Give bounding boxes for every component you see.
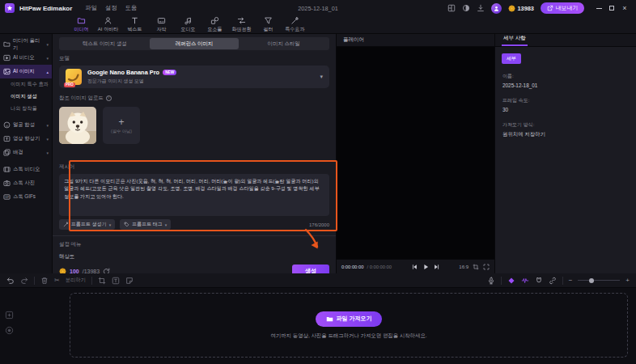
next-frame-icon[interactable] bbox=[434, 264, 440, 270]
details-panel: 세부 사항 세부 이름: 2025-12-18_01 프레임 속도: 30 가져… bbox=[495, 34, 636, 273]
model-thumbnail: PRO bbox=[66, 69, 82, 85]
user-avatar[interactable] bbox=[491, 3, 502, 14]
model-section-label: 모델 bbox=[59, 55, 329, 62]
model-selector[interactable]: PRO Google Nano Banana Pro NEW 전문가급 이미지 … bbox=[59, 66, 329, 88]
mic-icon[interactable] bbox=[487, 277, 495, 285]
menu-help[interactable]: 도움 bbox=[125, 4, 138, 12]
audio-wave-icon[interactable] bbox=[521, 277, 529, 285]
add-track-icon[interactable] bbox=[5, 311, 14, 320]
sidebar-item-ai-video[interactable]: AI 비디오 ▾ bbox=[0, 51, 52, 65]
info-icon[interactable]: i bbox=[106, 95, 112, 101]
link-icon[interactable] bbox=[549, 277, 557, 285]
media-drop-zone[interactable]: 파일 가져오기 여기까지 동영상, 사진을 드래그하거나 가져오면 편집을 시작… bbox=[70, 293, 628, 358]
coin-balance[interactable]: 13983 bbox=[508, 5, 534, 12]
timeline-area: 파일 가져오기 여기까지 동영상, 사진을 드래그하거나 가져오면 편집을 시작… bbox=[0, 288, 636, 364]
sidebar-item-ai-image[interactable]: AI 이미지 ▴ bbox=[0, 65, 52, 78]
sidebar-item-stock-gifs[interactable]: GIF 스톡 GIFs bbox=[0, 190, 52, 204]
tab-subtitle[interactable]: 자막 bbox=[148, 16, 175, 33]
download-icon[interactable] bbox=[477, 4, 485, 12]
prompt-label: 제시어 bbox=[59, 163, 329, 171]
detail-field-import-mode: 가져오기 방식: 원위치에 저장하기 bbox=[502, 121, 629, 138]
fullscreen-icon[interactable] bbox=[483, 264, 490, 270]
delete-icon[interactable] bbox=[40, 277, 49, 285]
tab-filter[interactable]: 필터 bbox=[255, 16, 282, 33]
ai-image-icon bbox=[3, 68, 11, 75]
tab-details[interactable]: 세부 사항 bbox=[502, 32, 528, 46]
chevron-down-icon: ▾ bbox=[46, 150, 49, 155]
zoom-out-icon[interactable]: − bbox=[569, 277, 573, 284]
upload-optional-hint: (필수 아님) bbox=[111, 129, 132, 134]
play-icon[interactable] bbox=[422, 264, 429, 270]
tab-ai-avatar[interactable]: AI 아바타 bbox=[95, 16, 121, 33]
generator-tabs: 텍스트 이미지 생성 레퍼런스 이미지 이미지 스타일 bbox=[59, 37, 329, 50]
reference-upload-label: 참조 이미지 업로드 bbox=[59, 95, 104, 102]
tab-elements[interactable]: 요소들 bbox=[201, 16, 228, 33]
prompt-tag-button[interactable]: 프롬프트 태그 ▾ bbox=[120, 219, 171, 230]
main-ribbon: 미디어 AI 아바타 텍스트 자막 오디오 요소들 화면전환 필터 bbox=[0, 16, 636, 34]
crop-icon[interactable] bbox=[473, 264, 479, 270]
text-tool-icon[interactable] bbox=[112, 277, 120, 285]
sidebar-item-background[interactable]: 배경 ▾ bbox=[0, 146, 52, 159]
tab-transition[interactable]: 화면전환 bbox=[228, 16, 255, 33]
tab-text-to-image[interactable]: 텍스트 이미지 생성 bbox=[60, 38, 150, 49]
player-panel: 플레이어 0:00:00:00 / 0:00:00:00 16:9 bbox=[337, 34, 495, 273]
prompt-textarea[interactable]: 그림 9가지 다른 이모티콘은 사진(웃음, 혀, 혀, 혀, 머리, 머리, … bbox=[59, 174, 329, 216]
subtitle-icon bbox=[157, 16, 166, 25]
menubar: 파일 설정 도움 bbox=[85, 4, 137, 12]
app-name: HitPaw Edimakor bbox=[19, 5, 72, 12]
menu-settings[interactable]: 설정 bbox=[105, 4, 117, 12]
video-preview[interactable] bbox=[337, 47, 494, 259]
sidebar-item-my-creations[interactable]: 나의 창작물 bbox=[0, 103, 52, 115]
details-header: 세부 사항 bbox=[495, 34, 636, 47]
sidebar-item-stock-video[interactable]: 스톡 비디오 bbox=[0, 163, 52, 176]
keyframe-icon[interactable] bbox=[507, 277, 515, 285]
svg-text:GIF: GIF bbox=[5, 196, 9, 199]
upload-image-tile[interactable]: + (필수 아님) bbox=[103, 107, 140, 144]
sidebar-item-stock-photo[interactable]: 스톡 사진 bbox=[0, 176, 52, 190]
redo-icon[interactable] bbox=[20, 277, 28, 285]
sticker-tool-icon[interactable] bbox=[125, 277, 134, 285]
minimize-button[interactable] bbox=[592, 2, 605, 15]
tab-media[interactable]: 미디어 bbox=[68, 16, 95, 33]
details-badge[interactable]: 세부 bbox=[502, 53, 521, 64]
zoom-in-icon[interactable]: + bbox=[625, 277, 630, 284]
magnet-icon[interactable] bbox=[535, 277, 543, 285]
tab-reference-image[interactable]: 레퍼런스 이미지 bbox=[150, 38, 240, 49]
timeline-zoom-slider[interactable] bbox=[578, 280, 620, 281]
elements-icon bbox=[210, 16, 219, 25]
chevron-down-icon: ▾ bbox=[320, 74, 323, 80]
prev-frame-icon[interactable] bbox=[411, 264, 418, 270]
pro-badge: PRO bbox=[64, 83, 75, 87]
tab-audio[interactable]: 오디오 bbox=[175, 16, 201, 33]
layout-icon[interactable] bbox=[447, 4, 456, 12]
sidebar-item-image-effects[interactable]: 이미지 특수 효과 bbox=[0, 78, 52, 91]
chevron-down-icon: ▾ bbox=[165, 222, 167, 227]
zoom-slider-handle[interactable] bbox=[589, 278, 594, 283]
aspect-ratio-value[interactable]: 16:9 bbox=[459, 265, 469, 269]
record-voice-icon[interactable] bbox=[5, 326, 14, 335]
sidebar: 미디어 올리기 ▾ AI 비디오 ▾ AI 이미지 ▴ 이미지 특수 효과 이미… bbox=[0, 34, 52, 273]
chevron-down-icon: ▾ bbox=[109, 222, 112, 227]
player-title: 플레이어 bbox=[337, 34, 494, 47]
crop-tool-icon[interactable] bbox=[98, 277, 106, 285]
tab-image-style[interactable]: 이미지 스타일 bbox=[239, 38, 329, 49]
undo-icon[interactable] bbox=[6, 277, 15, 285]
split-icon[interactable]: ✂ bbox=[54, 277, 60, 284]
maximize-button[interactable] bbox=[605, 2, 618, 15]
import-files-button[interactable]: 파일 가져오기 bbox=[316, 311, 383, 327]
menu-file[interactable]: 파일 bbox=[85, 4, 97, 12]
theme-icon[interactable] bbox=[462, 4, 470, 12]
reference-image-thumbnail[interactable] bbox=[59, 107, 96, 144]
tab-text[interactable]: 텍스트 bbox=[121, 16, 148, 33]
sidebar-item-face-swap[interactable]: 얼굴 합성 ▾ bbox=[0, 118, 52, 132]
sidebar-item-media-import[interactable]: 미디어 올리기 ▾ bbox=[0, 37, 52, 51]
sidebar-item-image-generation[interactable]: 이미지 생성 bbox=[0, 91, 52, 103]
new-badge: NEW bbox=[163, 70, 176, 75]
sidebar-item-enhancer[interactable]: 영상 향상기 ▾ bbox=[0, 132, 52, 146]
tab-effects[interactable]: 특수효과 bbox=[282, 16, 308, 33]
media-icon bbox=[77, 16, 86, 25]
prompt-generator-button[interactable]: 프롬프트 생성기 ▾ bbox=[59, 219, 115, 230]
export-button[interactable]: 내보내기 bbox=[541, 2, 584, 14]
close-button[interactable]: × bbox=[618, 2, 631, 15]
player-controls: 0:00:00:00 / 0:00:00:00 16:9 bbox=[337, 259, 494, 273]
